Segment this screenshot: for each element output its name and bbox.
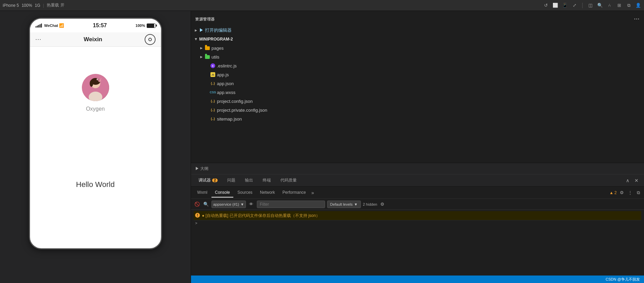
devtools-right: ▲ 2 ⚙ ⋮ ⧉ [609, 190, 641, 196]
status-left: WeChat 📶 [35, 23, 64, 28]
eslintrc-file[interactable]: E .eslintrc.js [191, 61, 644, 70]
console-toolbar: 🚫 🔍 appservice (#1) ▼ 👁 Default levels ▼… [191, 199, 644, 210]
tab-terminal[interactable]: 终端 [259, 176, 274, 185]
username: Oxygen [86, 106, 105, 112]
stop-icon[interactable]: ⬜ [552, 2, 558, 9]
split-icon[interactable]: ⧉ [626, 2, 632, 9]
context-select[interactable]: appservice (#1) ▼ [211, 201, 246, 208]
warn-icon-msg: ! [195, 213, 200, 218]
tab-codequality-label: 代码质量 [280, 177, 297, 183]
console-arrow[interactable]: > [194, 220, 641, 226]
separator: | [43, 3, 44, 8]
nav-more-dots[interactable]: ··· [35, 36, 42, 43]
tab-problems[interactable]: 问题 [224, 176, 239, 185]
appjs-file[interactable]: JS app.js [191, 70, 644, 79]
phone-icon[interactable]: 📱 [562, 2, 568, 9]
debug-tabs-top: 调试器 2 问题 输出 终端 代码质量 ∧ ✕ [191, 174, 644, 187]
more-icon[interactable]: ⋮ [627, 190, 633, 196]
eslintrc-arrow [205, 64, 209, 68]
search-icon[interactable]: 🔍 [597, 2, 603, 9]
devtools-network-label: Network [260, 190, 275, 195]
status-right: 100% [135, 23, 155, 28]
editor-icon[interactable]: ◫ [587, 2, 594, 9]
console-message-1: ! ● [自动热重载] 已开启代码文件保存后自动热重载（不支持 json） [194, 211, 641, 220]
carrier-label: WeChat [44, 23, 58, 28]
devtools-wxml-label: Wxml [197, 190, 207, 195]
nav-title: Weixin [84, 36, 102, 43]
appwxss-file[interactable]: CSS app.wxss [191, 88, 644, 97]
devtools-performance-label: Performance [282, 190, 306, 195]
open-editors-item[interactable]: ▶ 打开的编辑器 [191, 26, 644, 35]
clear-btn[interactable]: 🚫 [194, 201, 201, 208]
undock-icon[interactable]: ⧉ [635, 190, 641, 196]
projectprivate-arrow [205, 108, 209, 112]
projectprivate-label: project.private.config.json [217, 108, 267, 113]
devtools-more-btn[interactable]: » [310, 190, 316, 195]
warn-badge: ▲ 2 [609, 190, 617, 195]
file-explorer: 资源管理器 ··· ▶ 打开的编辑器 MINIPROGRAM-2 [191, 11, 644, 163]
grid-icon[interactable]: ⊞ [616, 2, 622, 9]
eslintrc-label: .eslintrc.js [217, 63, 237, 68]
devtools-tab-sources[interactable]: Sources [234, 188, 256, 198]
panel-close-btn[interactable]: ✕ [633, 177, 640, 184]
devtools-tabs: Wxml Console Sources Network Performance… [194, 188, 316, 198]
filter-btn[interactable]: 🔍 [203, 201, 209, 208]
outline-section[interactable]: ▶ 大纲 [191, 163, 644, 174]
settings-icon[interactable]: ⚙ [619, 190, 625, 196]
tab-problems-label: 问题 [227, 177, 235, 183]
hot-reload-label[interactable]: 热重载 开 [47, 2, 64, 8]
explorer-title: 资源管理器 [195, 17, 215, 22]
devtools-tab-network[interactable]: Network [257, 188, 278, 198]
utils-folder[interactable]: utils [191, 52, 644, 61]
tab-debugger[interactable]: 调试器 2 [195, 176, 221, 185]
open-editors-label: ▶ 打开的编辑器 [199, 27, 232, 33]
right-panel: 资源管理器 ··· ▶ 打开的编辑器 MINIPROGRAM-2 [191, 11, 644, 283]
time-display: 15:57 [93, 22, 107, 29]
tab-codequality[interactable]: 代码质量 [277, 176, 300, 185]
sitemap-file[interactable]: {..} sitemap.json [191, 114, 644, 123]
svg-point-4 [90, 80, 93, 87]
hidden-settings-icon[interactable]: ⚙ [379, 201, 385, 207]
nav-record-btn[interactable] [145, 34, 156, 45]
filter-input[interactable] [257, 201, 325, 208]
panel-controls: ∧ ✕ [624, 177, 640, 184]
phone-panel: WeChat 📶 15:57 100% ··· Weixin [0, 11, 191, 283]
devtools-sources-label: Sources [237, 190, 252, 195]
pages-folder[interactable]: pages [191, 44, 644, 52]
context-arrow: ▼ [240, 202, 244, 206]
projectconfig-file[interactable]: {..} project.config.json [191, 97, 644, 106]
sitemap-icon: {..} [210, 116, 216, 122]
tab-terminal-label: 终端 [263, 177, 271, 183]
phone-status-bar: WeChat 📶 15:57 100% [30, 19, 161, 32]
refresh-icon[interactable]: ↺ [543, 2, 549, 9]
svg-point-5 [98, 79, 101, 82]
eslintrc-icon: E [210, 63, 216, 68]
devtools-tab-performance[interactable]: Performance [279, 188, 309, 198]
zoom-label: 100% [21, 3, 32, 8]
top-toolbar: iPhone 5 100% 1G | 热重载 开 ↺ ⬜ 📱 ⤢ ◫ 🔍 ⑃ ⊞… [0, 0, 644, 11]
phone-content: Oxygen Hello World [30, 47, 161, 189]
git-icon[interactable]: ⑃ [606, 2, 613, 9]
sitemap-label: sitemap.json [217, 116, 242, 122]
panel-collapse-btn[interactable]: ∧ [624, 177, 631, 184]
expand-icon[interactable]: ⤢ [571, 2, 577, 9]
tab-output[interactable]: 输出 [241, 176, 257, 185]
explorer-more-icon[interactable]: ··· [634, 16, 640, 22]
wifi-icon: 📶 [59, 23, 64, 28]
account-icon[interactable]: 👤 [635, 2, 641, 9]
battery-icon [147, 23, 156, 28]
level-select[interactable]: Default levels ▼ [327, 201, 361, 208]
appjson-icon: {..} [210, 81, 216, 86]
explorer-header: 资源管理器 ··· [191, 14, 644, 25]
devtools-tab-console[interactable]: Console [211, 188, 233, 198]
project-root-item[interactable]: MINIPROGRAM-2 [191, 35, 644, 44]
appjson-file[interactable]: {..} app.json [191, 79, 644, 88]
devtools-tab-wxml[interactable]: Wxml [194, 188, 211, 198]
svg-point-7 [97, 78, 99, 80]
projectprivate-file[interactable]: {..} project.private.config.json [191, 106, 644, 114]
eye-btn[interactable]: 👁 [248, 201, 255, 208]
devtools-toolbar: Wxml Console Sources Network Performance… [191, 187, 644, 199]
bottom-right-text: CSDN @争儿不脱发 [606, 277, 640, 282]
battery-fill [147, 24, 155, 28]
projectconfig-label: project.config.json [217, 99, 253, 104]
